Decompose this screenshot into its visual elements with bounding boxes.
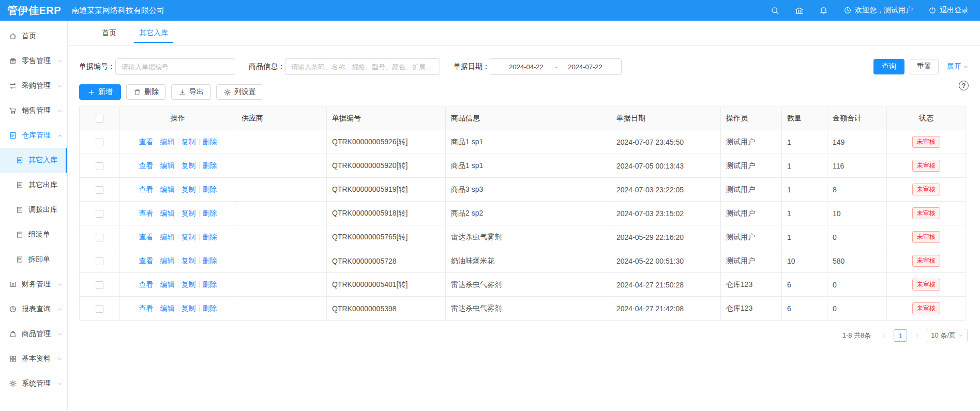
- page-size-select[interactable]: 10 条/页: [927, 329, 968, 342]
- product-info-input[interactable]: [285, 58, 440, 75]
- logout-icon: [928, 6, 937, 14]
- action-view-link[interactable]: 查看: [136, 185, 157, 194]
- search-button[interactable]: 查询: [873, 59, 904, 74]
- cell-date: 2024-04-27 21:42:08: [611, 297, 721, 321]
- action-delete-link[interactable]: 删除: [200, 185, 220, 194]
- cell-supplier: [236, 273, 327, 297]
- page-number[interactable]: 1: [894, 329, 907, 342]
- logout-text: 退出登录: [940, 6, 969, 15]
- row-checkbox[interactable]: [96, 234, 103, 241]
- tab-other-inbound[interactable]: 其它入库: [138, 26, 169, 40]
- order-no-input[interactable]: [115, 58, 235, 75]
- tab-home[interactable]: 首页: [101, 26, 117, 40]
- action-delete-link[interactable]: 删除: [200, 138, 220, 147]
- sidebar-item-3[interactable]: 销售管理: [0, 98, 67, 123]
- action-edit-link[interactable]: 编辑: [157, 304, 178, 313]
- chevron-down-icon: [57, 331, 63, 337]
- action-delete-link[interactable]: 删除: [200, 161, 220, 171]
- action-copy-link[interactable]: 复制: [178, 256, 199, 266]
- bell-icon[interactable]: [819, 6, 828, 15]
- cell-qty: 10: [782, 249, 827, 273]
- row-checkbox[interactable]: [96, 186, 103, 194]
- action-view-link[interactable]: 查看: [136, 256, 157, 266]
- action-delete-link[interactable]: 删除: [200, 256, 220, 266]
- row-checkbox[interactable]: [96, 210, 103, 218]
- action-copy-link[interactable]: 复制: [178, 304, 199, 313]
- sidebar-item-10[interactable]: 财务管理: [0, 272, 67, 297]
- export-button[interactable]: 导出: [171, 84, 211, 100]
- app-logo[interactable]: 管伊佳ERP: [0, 4, 66, 18]
- row-checkbox[interactable]: [96, 257, 103, 265]
- cell-amount: 8: [827, 178, 887, 202]
- action-copy-link[interactable]: 复制: [178, 280, 199, 290]
- action-delete-link[interactable]: 删除: [200, 233, 220, 242]
- action-edit-link[interactable]: 编辑: [157, 138, 178, 147]
- bank-icon[interactable]: [795, 6, 804, 15]
- sidebar-item-11[interactable]: 报表查询: [0, 297, 67, 322]
- action-delete-link[interactable]: 删除: [200, 209, 220, 218]
- action-copy-link[interactable]: 复制: [178, 138, 199, 147]
- cell-product: 雷达杀虫气雾剂: [446, 225, 611, 249]
- expand-link[interactable]: 展开: [947, 62, 969, 71]
- action-edit-link[interactable]: 编辑: [157, 256, 178, 266]
- date-from[interactable]: 2024-04-22: [509, 63, 544, 71]
- action-edit-link[interactable]: 编辑: [157, 233, 178, 242]
- row-checkbox[interactable]: [96, 139, 103, 146]
- action-view-link[interactable]: 查看: [136, 161, 157, 171]
- action-copy-link[interactable]: 复制: [178, 185, 199, 194]
- columns-button[interactable]: 列设置: [216, 84, 263, 100]
- welcome-user[interactable]: 欢迎您，测试用户: [843, 6, 913, 15]
- help-icon[interactable]: ?: [959, 81, 969, 90]
- cell-order-no: QTRK00000005918[转]: [327, 202, 446, 225]
- action-edit-link[interactable]: 编辑: [157, 209, 178, 218]
- action-edit-link[interactable]: 编辑: [157, 161, 178, 171]
- action-view-link[interactable]: 查看: [136, 304, 157, 313]
- sidebar-item-8[interactable]: 组装单: [0, 222, 67, 247]
- sidebar-item-14[interactable]: 系统管理: [0, 371, 67, 396]
- action-view-link[interactable]: 查看: [136, 138, 157, 147]
- action-view-link[interactable]: 查看: [136, 233, 157, 242]
- next-page-button[interactable]: [911, 330, 923, 341]
- row-checkbox[interactable]: [96, 305, 103, 313]
- sidebar-item-5[interactable]: 其它入库: [0, 148, 67, 173]
- sidebar-item-6[interactable]: 其它出库: [0, 173, 67, 197]
- delete-button[interactable]: 删除: [126, 84, 166, 100]
- action-view-link[interactable]: 查看: [136, 209, 157, 218]
- select-all-checkbox[interactable]: [96, 115, 103, 123]
- cell-qty: 1: [782, 202, 827, 225]
- action-view-link[interactable]: 查看: [136, 280, 157, 290]
- action-edit-link[interactable]: 编辑: [157, 185, 178, 194]
- row-checkbox[interactable]: [96, 162, 103, 170]
- sidebar-item-2[interactable]: 采购管理: [0, 73, 67, 98]
- search-icon[interactable]: [771, 6, 779, 15]
- sidebar-item-13[interactable]: 基本资料: [0, 346, 67, 371]
- sidebar-item-label: 组装单: [28, 230, 63, 239]
- doc-icon: [16, 206, 24, 214]
- sidebar-item-7[interactable]: 调拨出库: [0, 197, 67, 222]
- add-button[interactable]: 新增: [79, 84, 121, 100]
- reset-button[interactable]: 重置: [910, 59, 939, 74]
- sidebar-item-1[interactable]: 零售管理: [0, 49, 67, 73]
- product-info-label: 商品信息：: [249, 62, 285, 71]
- sidebar-item-4[interactable]: 仓库管理: [0, 123, 67, 148]
- cell-order-no: QTRK00000005765[转]: [327, 225, 446, 249]
- chevron-up-icon: [57, 133, 63, 139]
- action-copy-link[interactable]: 复制: [178, 233, 199, 242]
- action-copy-link[interactable]: 复制: [178, 209, 199, 218]
- action-delete-link[interactable]: 删除: [200, 304, 220, 313]
- sidebar-item-9[interactable]: 拆卸单: [0, 247, 67, 272]
- action-edit-link[interactable]: 编辑: [157, 280, 178, 290]
- prev-page-button[interactable]: [878, 330, 889, 341]
- cell-supplier: [236, 178, 327, 202]
- action-delete-link[interactable]: 删除: [200, 280, 220, 290]
- app-header: 管伊佳ERP 南通某某网络科技有限公司 欢迎您，测试用户 退出登录: [0, 0, 980, 21]
- sidebar-item-0[interactable]: 首页: [0, 24, 67, 49]
- date-to[interactable]: 2024-07-22: [568, 63, 602, 71]
- row-checkbox[interactable]: [96, 281, 103, 289]
- action-copy-link[interactable]: 复制: [178, 161, 199, 171]
- logout-button[interactable]: 退出登录: [928, 6, 969, 15]
- sidebar-item-label: 零售管理: [22, 56, 57, 66]
- sidebar-item-12[interactable]: 商品管理: [0, 322, 67, 346]
- chevron-down-icon: [57, 307, 63, 312]
- date-range-picker[interactable]: 2024-04-22 ~ 2024-07-22: [490, 58, 622, 75]
